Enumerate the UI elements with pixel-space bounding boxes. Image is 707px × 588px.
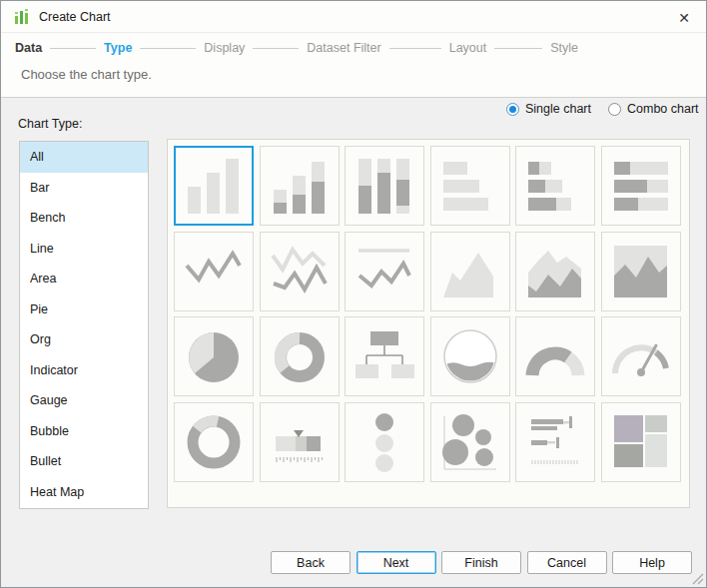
percent-stacked-area-chart-icon — [609, 240, 673, 303]
step-data[interactable]: Data — [15, 41, 42, 55]
chart-thumbnail-multi-line[interactable] — [260, 232, 340, 311]
wizard-subtitle: Choose the chart type. — [21, 67, 152, 82]
dialog-title: Create Chart — [39, 10, 111, 24]
chart-thumbnail-heat-map[interactable] — [601, 402, 681, 482]
chart-thumbnail-bubble[interactable] — [430, 402, 510, 482]
step-display[interactable]: Display — [204, 41, 245, 55]
create-chart-dialog: Create Chart ✕ Data Type Display Dataset… — [0, 0, 707, 588]
stacked-horizontal-bar-chart-icon — [523, 154, 587, 218]
list-item-bench[interactable]: Bench — [20, 203, 148, 234]
chart-thumbnail-ring[interactable] — [174, 402, 254, 482]
next-button[interactable]: Next — [356, 551, 436, 574]
cancel-button[interactable]: Cancel — [527, 551, 607, 574]
list-item-bubble[interactable]: Bubble — [20, 416, 148, 447]
step-style[interactable]: Style — [550, 41, 578, 55]
chart-thumbnail-stacked-bar[interactable] — [260, 146, 340, 226]
combo-chart-radio-group[interactable]: Combo chart — [608, 101, 699, 117]
back-button[interactable]: Back — [271, 551, 351, 574]
finish-button[interactable]: Finish — [441, 551, 521, 574]
chart-thumbnail-bullet[interactable] — [260, 402, 340, 482]
horizontal-bar-chart-icon — [438, 154, 502, 218]
titlebar[interactable]: Create Chart ✕ — [1, 1, 706, 33]
pie-chart-icon — [182, 324, 246, 388]
list-item-indicator[interactable]: Indicator — [20, 355, 148, 386]
percent-stacked-horizontal-bar-chart-icon — [609, 154, 673, 218]
org-chart-icon — [353, 324, 416, 388]
area-chart-icon — [438, 240, 502, 303]
close-icon[interactable]: ✕ — [670, 6, 698, 29]
chart-thumbnail-percent-stacked-horizontal-bar[interactable] — [601, 146, 681, 226]
chart-thumbnail-dot-indicator[interactable] — [345, 402, 424, 482]
list-item-pie[interactable]: Pie — [20, 294, 148, 325]
step-separator — [389, 48, 441, 49]
stock-bullet-icon — [523, 410, 587, 474]
single-chart-radio-group[interactable]: Single chart — [506, 101, 591, 117]
bench-line-chart-icon — [353, 240, 416, 303]
list-item-org[interactable]: Org — [20, 324, 148, 355]
bubble-chart-icon — [438, 410, 502, 474]
stacked-area-chart-icon — [523, 240, 587, 303]
semi-gauge-icon — [523, 324, 587, 388]
step-separator — [50, 48, 96, 49]
donut-chart-icon — [268, 324, 332, 388]
wizard-steps: Data Type Display Dataset Filter Layout … — [15, 35, 578, 61]
chart-thumbnail-needle-gauge[interactable] — [601, 316, 681, 396]
single-chart-label: Single chart — [525, 102, 591, 116]
step-layout[interactable]: Layout — [449, 41, 487, 55]
chart-thumbnail-semi-gauge[interactable] — [515, 316, 595, 396]
chart-thumbnail-pie[interactable] — [174, 316, 254, 396]
chart-thumbnail-stacked-horizontal-bar[interactable] — [515, 146, 595, 226]
step-separator — [140, 48, 196, 49]
step-separator — [253, 48, 299, 49]
list-item-area[interactable]: Area — [20, 264, 148, 294]
line-chart-icon — [182, 240, 246, 303]
resize-grip[interactable] — [692, 573, 704, 585]
list-item-heat-map[interactable]: Heat Map — [20, 477, 148, 508]
step-type[interactable]: Type — [104, 41, 132, 55]
chart-thumbnail-donut[interactable] — [260, 316, 340, 396]
multi-line-chart-icon — [268, 240, 332, 303]
percent-stacked-bar-chart-icon — [353, 154, 416, 218]
chart-bars-icon — [13, 8, 31, 26]
step-dataset-filter[interactable]: Dataset Filter — [307, 41, 380, 55]
bar-chart-icon — [182, 154, 246, 218]
chart-thumbnail-bench-line[interactable] — [345, 232, 424, 311]
chart-thumbnail-percent-stacked-area[interactable] — [601, 232, 681, 311]
dot-indicator-icon — [353, 410, 416, 474]
needle-gauge-icon — [609, 324, 673, 388]
combo-chart-label: Combo chart — [627, 102, 699, 116]
stacked-bar-chart-icon — [268, 154, 332, 218]
help-button[interactable]: Help — [612, 551, 692, 574]
chart-thumbnail-line[interactable] — [174, 232, 254, 311]
chart-thumbnail-stock-bullet[interactable] — [515, 402, 595, 482]
chart-thumbnail-org[interactable] — [345, 316, 424, 396]
combo-chart-radio[interactable] — [608, 103, 621, 116]
liquid-gauge-icon — [438, 324, 502, 388]
chart-gallery-grid — [174, 146, 683, 482]
list-item-bullet[interactable]: Bullet — [20, 446, 148, 477]
list-item-bar[interactable]: Bar — [20, 173, 148, 204]
dialog-header: Create Chart ✕ Data Type Display Dataset… — [1, 1, 706, 98]
heat-map-icon — [609, 410, 673, 474]
chart-type-listbox[interactable]: All Bar Bench Line Area Pie Org Indicato… — [19, 141, 149, 509]
list-item-line[interactable]: Line — [20, 234, 148, 265]
chart-gallery-panel — [167, 139, 690, 508]
chart-thumbnail-bar[interactable] — [174, 146, 254, 226]
chart-thumbnail-liquid-gauge[interactable] — [430, 316, 510, 396]
list-item-all[interactable]: All — [20, 142, 148, 173]
chart-thumbnail-area[interactable] — [430, 232, 510, 311]
chart-thumbnail-horizontal-bar[interactable] — [430, 146, 510, 226]
single-chart-radio[interactable] — [506, 103, 519, 116]
ring-chart-icon — [182, 410, 246, 474]
bullet-chart-icon — [268, 410, 332, 474]
chart-type-label: Chart Type: — [18, 117, 82, 131]
chart-thumbnail-stacked-area[interactable] — [515, 232, 595, 311]
chart-thumbnail-percent-stacked-bar[interactable] — [345, 146, 424, 226]
list-item-gauge[interactable]: Gauge — [20, 385, 148, 416]
step-separator — [494, 48, 542, 49]
